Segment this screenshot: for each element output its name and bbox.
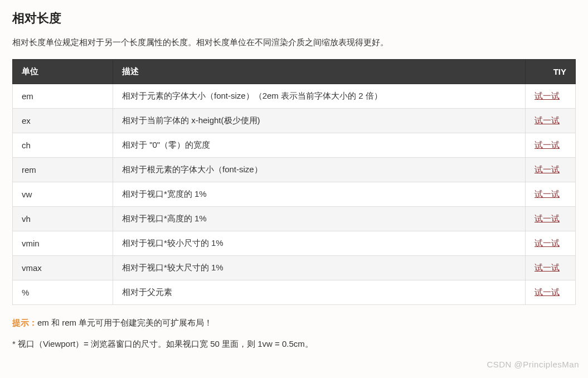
unit-cell: vw — [13, 182, 113, 207]
try-it-link[interactable]: 试一试 — [534, 189, 560, 198]
unit-cell: em — [13, 84, 113, 109]
tiy-cell: 试一试 — [526, 280, 576, 305]
try-it-link[interactable]: 试一试 — [534, 238, 560, 248]
unit-cell: vmax — [13, 256, 113, 280]
tiy-cell: 试一试 — [526, 158, 576, 182]
tiy-cell: 试一试 — [526, 182, 576, 207]
try-it-link[interactable]: 试一试 — [534, 115, 560, 125]
unit-cell: vh — [13, 207, 113, 231]
tip-label: 提示： — [12, 318, 37, 327]
try-it-link[interactable]: 试一试 — [534, 263, 560, 272]
tiy-cell: 试一试 — [526, 84, 576, 109]
table-row: ch相对于 "0"（零）的宽度试一试 — [13, 133, 576, 158]
unit-cell: % — [13, 280, 113, 305]
table-row: %相对于父元素试一试 — [13, 280, 576, 305]
tiy-cell: 试一试 — [526, 133, 576, 158]
table-row: vmax相对于视口*较大尺寸的 1%试一试 — [13, 256, 576, 280]
table-row: rem相对于根元素的字体大小（font-size）试一试 — [13, 158, 576, 182]
unit-cell: rem — [13, 158, 113, 182]
desc-cell: 相对于当前字体的 x-height(极少使用) — [113, 109, 526, 133]
try-it-link[interactable]: 试一试 — [534, 164, 560, 174]
desc-cell: 相对于视口*较小尺寸的 1% — [113, 231, 526, 256]
tip-paragraph: 提示：em 和 rem 单元可用于创建完美的可扩展布局！ — [12, 316, 576, 329]
try-it-link[interactable]: 试一试 — [534, 214, 560, 223]
tiy-cell: 试一试 — [526, 109, 576, 133]
table-row: vmin相对于视口*较小尺寸的 1%试一试 — [13, 231, 576, 256]
tiy-cell: 试一试 — [526, 207, 576, 231]
desc-cell: 相对于视口*高度的 1% — [113, 207, 526, 231]
try-it-link[interactable]: 试一试 — [534, 91, 560, 100]
desc-cell: 相对于视口*宽度的 1% — [113, 182, 526, 207]
table-row: vh相对于视口*高度的 1%试一试 — [13, 207, 576, 231]
footnote: * 视口（Viewport）= 浏览器窗口的尺寸。如果视口宽 50 里面，则 1… — [12, 337, 576, 351]
table-row: ex相对于当前字体的 x-height(极少使用)试一试 — [13, 109, 576, 133]
table-row: em相对于元素的字体大小（font-size）（2em 表示当前字体大小的 2 … — [13, 84, 576, 109]
desc-cell: 相对于 "0"（零）的宽度 — [113, 133, 526, 158]
tiy-cell: 试一试 — [526, 231, 576, 256]
unit-cell: vmin — [13, 231, 113, 256]
desc-cell: 相对于根元素的字体大小（font-size） — [113, 158, 526, 182]
desc-cell: 相对于元素的字体大小（font-size）（2em 表示当前字体大小的 2 倍） — [113, 84, 526, 109]
section-heading: 相对长度 — [12, 10, 576, 27]
try-it-link[interactable]: 试一试 — [534, 140, 560, 149]
col-header-desc: 描述 — [113, 60, 526, 84]
unit-cell: ex — [13, 109, 113, 133]
table-row: vw相对于视口*宽度的 1%试一试 — [13, 182, 576, 207]
col-header-unit: 单位 — [13, 60, 113, 84]
col-header-tiy: TIY — [526, 60, 576, 84]
intro-paragraph: 相对长度单位规定相对于另一个长度属性的长度。相对长度单位在不同渲染介质之间缩放表… — [12, 36, 576, 49]
units-table: 单位 描述 TIY em相对于元素的字体大小（font-size）（2em 表示… — [12, 59, 576, 305]
try-it-link[interactable]: 试一试 — [534, 287, 560, 297]
tip-text: em 和 rem 单元可用于创建完美的可扩展布局！ — [37, 318, 212, 327]
desc-cell: 相对于父元素 — [113, 280, 526, 305]
tiy-cell: 试一试 — [526, 256, 576, 280]
unit-cell: ch — [13, 133, 113, 158]
watermark: CSDN @PrinciplesMan — [487, 360, 579, 361]
desc-cell: 相对于视口*较大尺寸的 1% — [113, 256, 526, 280]
